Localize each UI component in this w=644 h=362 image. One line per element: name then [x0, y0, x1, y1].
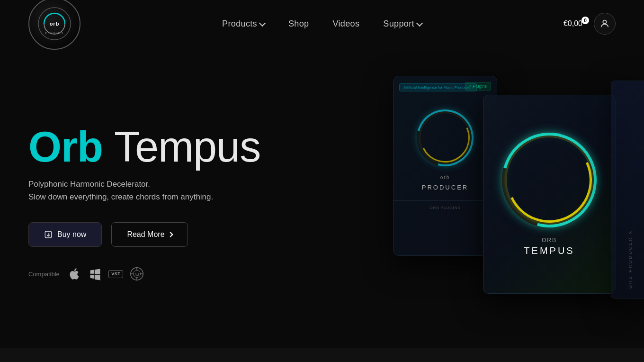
box-brand: orb — [542, 237, 557, 244]
svg-text:AU: AU — [134, 273, 139, 276]
nav-item-support[interactable]: Support — [383, 19, 422, 29]
cart-button[interactable]: €0,00 0 — [564, 19, 586, 28]
windows-icon — [87, 266, 103, 282]
chevron-down-icon — [416, 19, 423, 26]
nav-item-shop[interactable]: Shop — [288, 19, 309, 29]
user-account-button[interactable] — [594, 13, 616, 35]
product-box-secondary: Artificial Intelligence for Music Produc… — [393, 76, 497, 256]
product-box-main: orb TEMPUS — [483, 95, 616, 294]
orb-circle — [502, 133, 597, 227]
hero-title-orb: Orb — [28, 123, 103, 171]
compatible-row: Compatible VST — [28, 266, 260, 282]
cart-price: €0,00 — [564, 19, 582, 28]
logo[interactable]: orb PLUGINS — [28, 0, 80, 50]
read-more-button[interactable]: Read More — [111, 222, 188, 247]
hero-section: Orb Tempus Polyphonic Harmonic Decelerat… — [0, 47, 644, 360]
compatible-label: Compatible — [28, 271, 60, 278]
svg-text:orb: orb — [50, 21, 60, 27]
user-icon — [599, 18, 610, 29]
hero-subtitle: Polyphonic Harmonic Decelerator. Slow do… — [28, 178, 260, 203]
hero-buttons: Buy now Read More — [28, 222, 260, 247]
hero-product-image: Artificial Intelligence for Music Produc… — [322, 47, 644, 360]
audio-units-icon: AU — [129, 266, 145, 282]
compat-icons: VST AU — [66, 266, 145, 282]
nav-link-videos[interactable]: Videos — [332, 19, 359, 29]
box-name: TEMPUS — [524, 245, 574, 256]
product-boxes: Artificial Intelligence for Music Produc… — [346, 66, 644, 341]
nav-link-support[interactable]: Support — [383, 19, 422, 29]
nav-link-shop[interactable]: Shop — [288, 19, 309, 29]
chevron-right-icon — [168, 232, 173, 237]
orb-ring-yellow — [495, 125, 604, 235]
nav-right: €0,00 0 — [564, 13, 616, 35]
vst-icon: VST — [108, 266, 124, 282]
cart-badge: 0 — [581, 17, 589, 24]
nav-links: Products Shop Videos Support — [222, 19, 422, 29]
download-icon — [44, 230, 53, 239]
navbar: orb PLUGINS Products Shop Videos Suppor — [0, 0, 644, 47]
plugins-badge: 4 Plugins — [465, 82, 491, 90]
svg-text:PLUGINS: PLUGINS — [45, 32, 64, 35]
buy-now-button[interactable]: Buy now — [28, 222, 102, 247]
box-third-text: ORB PRODUCER X — [627, 230, 633, 289]
hero-title: Orb Tempus — [28, 126, 260, 168]
hero-content: Orb Tempus Polyphonic Harmonic Decelerat… — [28, 126, 260, 282]
nav-link-products[interactable]: Products — [222, 19, 265, 29]
product-box-third: ORB PRODUCER X — [611, 81, 644, 299]
bottom-strip — [0, 348, 644, 362]
chevron-down-icon — [259, 19, 266, 26]
nav-item-videos[interactable]: Videos — [332, 19, 359, 29]
nav-item-products[interactable]: Products — [222, 19, 265, 29]
svg-point-5 — [603, 20, 606, 24]
hero-title-tempus: Tempus — [114, 123, 260, 171]
apple-icon — [66, 266, 82, 282]
